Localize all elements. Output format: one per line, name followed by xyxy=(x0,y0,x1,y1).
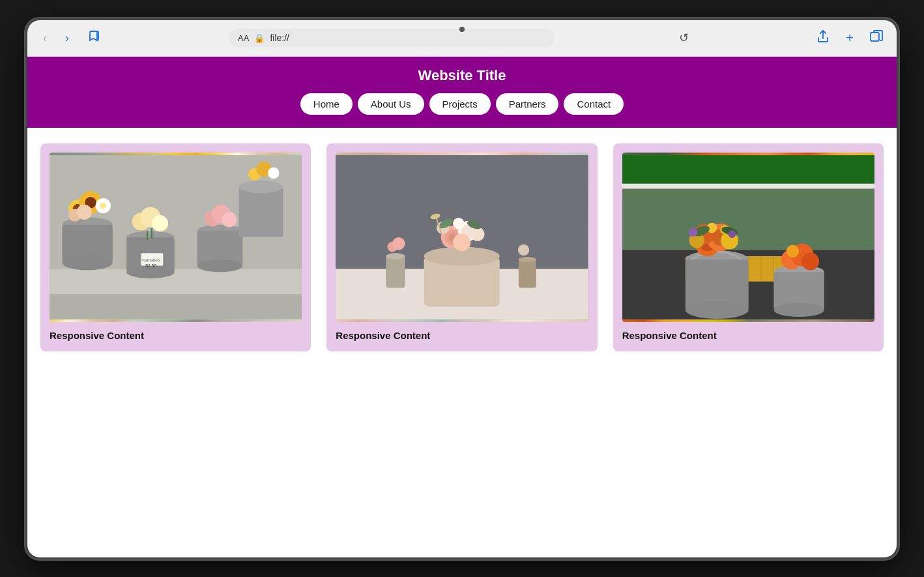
flower-svg-2 xyxy=(336,153,588,322)
svg-point-13 xyxy=(77,204,92,219)
site-nav: Home About Us Projects Partners Contact xyxy=(40,93,884,115)
card-image-1: Carnation $2.50 xyxy=(50,153,302,322)
share-button[interactable] xyxy=(813,27,833,50)
tabs-icon xyxy=(869,29,884,44)
flower-svg-1: Carnation $2.50 xyxy=(50,153,302,322)
device-frame: ‹ › AA 🔒 file:// ↺ xyxy=(25,18,899,559)
svg-point-47 xyxy=(453,233,470,251)
card-image-2 xyxy=(336,153,588,322)
nav-partners[interactable]: Partners xyxy=(496,93,559,115)
toolbar-right: + xyxy=(813,27,886,50)
reload-button[interactable]: ↺ xyxy=(676,29,691,46)
svg-rect-36 xyxy=(50,294,302,319)
cards-grid: Carnation $2.50 xyxy=(40,143,884,351)
svg-point-56 xyxy=(386,253,405,259)
svg-point-27 xyxy=(197,259,243,271)
svg-rect-97 xyxy=(622,155,874,186)
svg-point-60 xyxy=(519,257,536,262)
svg-point-88 xyxy=(688,228,697,237)
site-header: Website Title Home About Us Projects Par… xyxy=(27,57,897,128)
svg-rect-98 xyxy=(622,183,874,188)
svg-point-92 xyxy=(773,303,824,316)
svg-point-5 xyxy=(62,255,112,270)
svg-point-30 xyxy=(222,212,237,227)
svg-point-96 xyxy=(786,244,798,257)
svg-point-35 xyxy=(268,167,279,178)
forward-button[interactable]: › xyxy=(60,29,74,46)
card-image-3 xyxy=(622,153,874,322)
svg-rect-0 xyxy=(871,33,879,41)
bookmarks-button[interactable] xyxy=(82,27,107,50)
svg-point-49 xyxy=(471,227,485,241)
card-2: Responsive Content xyxy=(326,143,597,351)
aa-label: AA xyxy=(238,33,249,43)
url-text: file:// xyxy=(270,33,545,43)
svg-point-11 xyxy=(100,202,106,209)
svg-point-76 xyxy=(685,301,748,318)
nav-contact[interactable]: Contact xyxy=(564,93,624,115)
nav-home[interactable]: Home xyxy=(300,93,353,115)
address-bar[interactable]: AA 🔒 file:// xyxy=(229,29,555,47)
nav-projects[interactable]: Projects xyxy=(429,93,491,115)
nav-about[interactable]: About Us xyxy=(358,93,424,115)
svg-point-19 xyxy=(152,215,168,231)
svg-point-58 xyxy=(392,237,405,250)
book-icon xyxy=(87,29,102,44)
svg-point-61 xyxy=(518,244,529,255)
flower-svg-3 xyxy=(622,153,874,322)
svg-point-95 xyxy=(801,252,819,270)
card-label-1: Responsive Content xyxy=(50,330,302,341)
content-area: Carnation $2.50 xyxy=(27,128,897,367)
share-icon xyxy=(816,29,830,44)
svg-rect-59 xyxy=(519,259,536,288)
card-label-3: Responsive Content xyxy=(622,330,874,341)
svg-text:Carnation: Carnation xyxy=(142,257,160,261)
tabs-button[interactable] xyxy=(867,27,886,50)
svg-point-89 xyxy=(728,230,736,238)
svg-rect-55 xyxy=(386,256,405,288)
lock-icon: 🔒 xyxy=(254,33,265,43)
svg-rect-31 xyxy=(238,186,283,237)
website-content: Website Title Home About Us Projects Par… xyxy=(27,57,897,557)
back-button[interactable]: ‹ xyxy=(38,29,52,46)
card-3: Responsive Content xyxy=(613,143,884,351)
svg-point-50 xyxy=(453,217,464,228)
site-title: Website Title xyxy=(40,67,884,84)
add-tab-button[interactable]: + xyxy=(843,28,856,48)
svg-point-32 xyxy=(238,180,283,192)
browser-chrome: ‹ › AA 🔒 file:// ↺ xyxy=(27,20,897,57)
card-1: Carnation $2.50 xyxy=(40,143,311,351)
card-label-2: Responsive Content xyxy=(336,330,588,341)
svg-text:$2.50: $2.50 xyxy=(145,263,156,267)
